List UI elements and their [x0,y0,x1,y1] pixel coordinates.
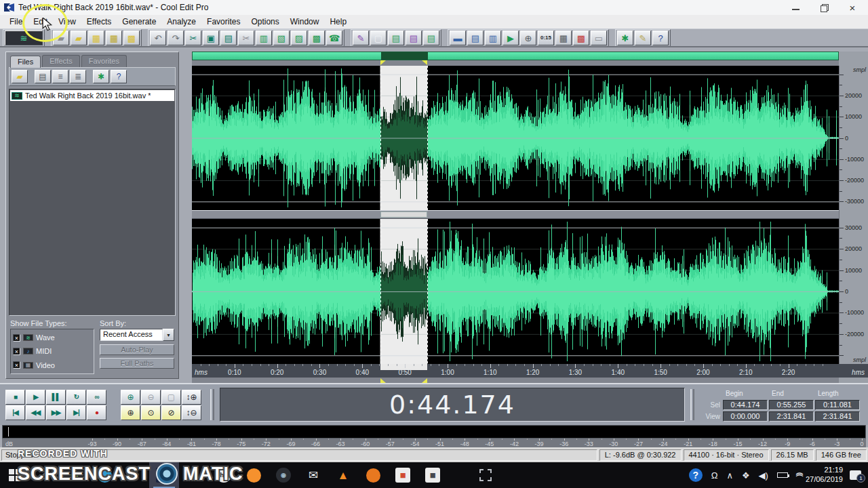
view-length-value[interactable]: 2:31.841 [815,411,860,422]
panel-options-button[interactable]: ✱ [93,70,109,83]
channel-divider[interactable] [192,210,839,219]
session-view-button[interactable]: ▤ [423,30,439,45]
zoom-to-selection-left-button[interactable]: ⊕ [121,405,140,420]
menu-favorites[interactable]: Favorites [201,16,245,28]
spectral-view-button[interactable]: ✎ [353,30,369,45]
pan-view-button[interactable]: ▢ [370,30,387,45]
pause-button[interactable]: ▌▌ [46,390,66,405]
rewind-button[interactable]: ◀◀ [26,405,45,420]
waveform-right-channel[interactable] [192,219,839,364]
menu-generate[interactable]: Generate [117,16,161,28]
paste-to-new-button[interactable]: ▨ [291,30,307,45]
view-begin-value[interactable]: 0:00.000 [723,411,768,422]
menu-help[interactable]: Help [324,16,352,28]
stop-button[interactable]: ■ [5,390,25,405]
full-paths-button[interactable]: Full Paths [100,358,174,369]
toolbar-grip[interactable] [690,389,694,420]
panel-sort-date-button[interactable]: ≣ [70,70,86,83]
view-end-value[interactable]: 2:31.841 [769,411,814,422]
scripts-button[interactable]: ✱ [617,30,633,45]
loop-button[interactable]: ∞ [87,390,106,405]
zoom-to-selection-right-button[interactable]: ⊘ [161,405,181,420]
tray-wifi-icon[interactable]: ))) [797,471,800,479]
wave-window-button[interactable]: ▬ [450,30,466,45]
selection-start-marker[interactable] [380,378,386,383]
copy-button[interactable]: ▤ [220,30,237,45]
redo-button[interactable]: ↷ [167,30,184,45]
level-meter[interactable] [2,425,866,439]
multitrack-view-button[interactable]: ▤ [388,30,404,45]
go-to-end-button[interactable]: ▶| [66,405,86,420]
tray-help-icon[interactable]: ? [689,468,703,482]
tray-volume-icon[interactable]: ◀) [759,470,768,481]
paste-button[interactable]: ▥ [256,30,272,45]
menu-options[interactable]: Options [245,16,284,28]
checkbox-wave[interactable]: × [13,334,20,342]
tray-battery-icon[interactable] [777,472,788,478]
save-all-button[interactable]: ▩ [123,30,140,45]
auto-play-button[interactable]: Auto-Play [100,344,174,355]
taskbar-app-mediaplayer[interactable] [358,462,388,488]
zoom-window-button[interactable]: ⊕ [520,30,536,45]
keyboard-window-button[interactable]: ▦ [555,30,572,45]
blank-window-button[interactable]: ▭ [591,30,607,45]
mix-paste-button[interactable]: ▧ [273,30,290,45]
tray-people-icon[interactable]: Ω [711,470,718,481]
track-mixer-button[interactable]: ▤ [406,30,422,45]
zoom-full-button[interactable]: ▢ [161,390,181,405]
sel-length-value[interactable]: 0:11.081 [815,400,860,410]
minimize-button[interactable] [791,3,800,12]
vertical-zoom-out-button[interactable]: ↕⊖ [182,405,201,420]
taskbar-app-calculator[interactable]: ▦ [418,462,448,488]
pencil-tool-button[interactable]: ✎ [635,30,651,45]
tab-effects[interactable]: Effects [42,55,79,67]
vertical-zoom-in-button[interactable]: ↕⊕ [182,390,201,405]
taskbar-app-vlc[interactable]: ▲ [328,462,358,488]
play-window-button[interactable]: ▶ [502,30,519,45]
panel-sort-name-button[interactable]: ▤ [35,70,51,83]
sort-by-value[interactable]: Recent Access [100,329,163,341]
delete-button[interactable]: ✂ [238,30,254,45]
menu-view[interactable]: View [53,16,81,28]
taskbar-app-select[interactable] [471,462,500,488]
selection-marker-strip-bottom[interactable] [192,378,839,383]
overview-scrollbar[interactable] [192,52,839,60]
checkbox-video[interactable]: × [13,361,20,369]
file-list-item[interactable]: ≋Ted Walk Right Back 2019 16bit.wav * [10,90,174,101]
taskbar-app-store[interactable]: ▦ [388,462,418,488]
waveform-left-channel[interactable] [192,66,839,210]
zoom-out-button[interactable]: ⊖ [141,390,161,405]
tab-files[interactable]: Files [10,56,41,68]
trim-button[interactable]: ▣ [203,30,219,45]
sel-end-value[interactable]: 0:55.255 [769,400,814,410]
toolbar-grip[interactable] [210,389,214,420]
record-button[interactable]: ● [87,405,106,420]
selection-end-marker[interactable] [422,378,427,383]
help-button[interactable]: ? [652,30,669,45]
tray-dropbox-icon[interactable]: ❖ [742,470,750,481]
panel-sort-type-button[interactable]: ≡ [52,70,68,83]
save-file-button[interactable]: ▦ [88,30,104,45]
play-looped-button[interactable]: ↻ [66,390,86,405]
selection-end-marker[interactable] [422,60,427,65]
cut-button[interactable]: ✂ [185,30,201,45]
go-to-beginning-button[interactable]: |◀ [5,405,25,420]
amplitude-ruler[interactable]: 20000100000-10000-20000-30000smpl3000020… [839,66,868,364]
tab-favorites[interactable]: Favorites [81,55,127,67]
restore-button[interactable] [819,3,829,12]
menu-effects[interactable]: Effects [81,16,117,28]
organizer-window-button[interactable]: ▤ [467,30,484,45]
open-file-button[interactable]: ▰ [71,30,87,45]
properties-window-button[interactable]: ▥ [485,30,501,45]
dropdown-arrow-icon[interactable]: ▼ [163,329,174,341]
menu-analyze[interactable]: Analyze [161,16,201,28]
zoom-in-button[interactable]: ⊕ [121,390,140,405]
mixer-window-button[interactable]: ▩ [573,30,589,45]
close-button[interactable]: × [848,3,857,12]
menu-edit[interactable]: Edit [28,16,53,28]
checkbox-midi[interactable]: × [13,348,20,355]
menu-file[interactable]: File [4,16,28,28]
zoom-to-selection-button[interactable]: ⊙ [141,405,161,420]
play-button[interactable]: ▶ [26,390,45,405]
cue-list-button[interactable]: ☎ [326,30,342,45]
